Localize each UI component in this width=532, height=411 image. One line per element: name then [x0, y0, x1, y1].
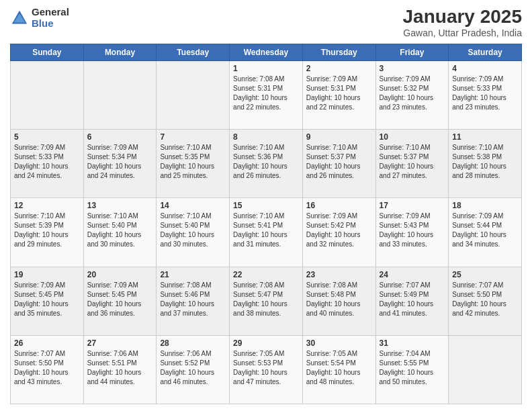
day-number: 29	[233, 338, 299, 348]
calendar-cell: 19Sunrise: 7:09 AMSunset: 5:45 PMDayligh…	[11, 267, 84, 335]
day-info: Sunrise: 7:05 AMSunset: 5:54 PMDaylight:…	[306, 349, 372, 387]
day-info: Sunrise: 7:10 AMSunset: 5:38 PMDaylight:…	[452, 143, 518, 181]
day-info: Sunrise: 7:09 AMSunset: 5:44 PMDaylight:…	[452, 212, 518, 249]
calendar-header-row: SundayMondayTuesdayWednesdayThursdayFrid…	[11, 44, 522, 60]
calendar-week-1: 1Sunrise: 7:08 AMSunset: 5:31 PMDaylight…	[11, 60, 522, 129]
calendar-cell: 23Sunrise: 7:08 AMSunset: 5:48 PMDayligh…	[302, 267, 375, 335]
logo: General Blue	[10, 7, 69, 29]
day-info: Sunrise: 7:10 AMSunset: 5:40 PMDaylight:…	[87, 212, 153, 249]
calendar-cell: 30Sunrise: 7:05 AMSunset: 5:54 PMDayligh…	[302, 335, 375, 404]
calendar-cell	[449, 335, 522, 404]
calendar-cell: 18Sunrise: 7:09 AMSunset: 5:44 PMDayligh…	[449, 198, 522, 267]
day-number: 3	[380, 64, 445, 73]
day-number: 2	[306, 64, 372, 73]
calendar-cell: 17Sunrise: 7:09 AMSunset: 5:43 PMDayligh…	[375, 198, 449, 267]
calendar-cell: 3Sunrise: 7:09 AMSunset: 5:32 PMDaylight…	[375, 60, 449, 129]
logo-general-text: General	[32, 7, 69, 18]
day-info: Sunrise: 7:09 AMSunset: 5:33 PMDaylight:…	[452, 75, 518, 112]
logo-icon	[10, 9, 29, 28]
day-number: 20	[87, 270, 153, 279]
calendar-week-3: 12Sunrise: 7:10 AMSunset: 5:39 PMDayligh…	[11, 198, 522, 267]
day-number: 16	[306, 201, 372, 210]
day-info: Sunrise: 7:08 AMSunset: 5:48 PMDaylight:…	[306, 281, 372, 318]
calendar-cell: 22Sunrise: 7:08 AMSunset: 5:47 PMDayligh…	[230, 267, 303, 335]
header: General Blue January 2025 Gawan, Uttar P…	[10, 7, 522, 38]
day-number: 24	[380, 270, 445, 279]
day-info: Sunrise: 7:10 AMSunset: 5:37 PMDaylight:…	[380, 143, 445, 181]
calendar-cell: 16Sunrise: 7:09 AMSunset: 5:42 PMDayligh…	[302, 198, 375, 267]
day-number: 18	[452, 201, 518, 210]
day-number: 25	[452, 270, 518, 279]
calendar-cell: 5Sunrise: 7:09 AMSunset: 5:33 PMDaylight…	[11, 130, 84, 198]
calendar-cell: 28Sunrise: 7:06 AMSunset: 5:52 PMDayligh…	[157, 335, 230, 404]
day-info: Sunrise: 7:09 AMSunset: 5:42 PMDaylight:…	[306, 212, 372, 249]
day-number: 11	[452, 132, 518, 142]
day-info: Sunrise: 7:09 AMSunset: 5:31 PMDaylight:…	[306, 75, 372, 112]
day-number: 10	[380, 132, 445, 142]
day-number: 5	[14, 132, 80, 142]
day-info: Sunrise: 7:07 AMSunset: 5:50 PMDaylight:…	[452, 281, 518, 318]
day-info: Sunrise: 7:08 AMSunset: 5:31 PMDaylight:…	[233, 75, 299, 112]
day-info: Sunrise: 7:09 AMSunset: 5:34 PMDaylight:…	[87, 143, 153, 181]
day-header-saturday: Saturday	[449, 44, 522, 60]
calendar-cell: 14Sunrise: 7:10 AMSunset: 5:40 PMDayligh…	[157, 198, 230, 267]
calendar-week-4: 19Sunrise: 7:09 AMSunset: 5:45 PMDayligh…	[11, 267, 522, 335]
day-info: Sunrise: 7:06 AMSunset: 5:51 PMDaylight:…	[87, 349, 153, 387]
calendar-cell: 27Sunrise: 7:06 AMSunset: 5:51 PMDayligh…	[83, 335, 157, 404]
calendar-week-5: 26Sunrise: 7:07 AMSunset: 5:50 PMDayligh…	[11, 335, 522, 404]
day-info: Sunrise: 7:09 AMSunset: 5:45 PMDaylight:…	[14, 281, 80, 318]
day-info: Sunrise: 7:10 AMSunset: 5:40 PMDaylight:…	[160, 212, 226, 249]
calendar-cell: 31Sunrise: 7:04 AMSunset: 5:55 PMDayligh…	[375, 335, 449, 404]
day-number: 8	[233, 132, 299, 142]
day-number: 23	[306, 270, 372, 279]
calendar-cell: 11Sunrise: 7:10 AMSunset: 5:38 PMDayligh…	[449, 130, 522, 198]
day-number: 9	[306, 132, 372, 142]
day-info: Sunrise: 7:09 AMSunset: 5:43 PMDaylight:…	[380, 212, 445, 249]
day-number: 14	[160, 201, 226, 210]
calendar-cell: 13Sunrise: 7:10 AMSunset: 5:40 PMDayligh…	[83, 198, 157, 267]
day-header-wednesday: Wednesday	[230, 44, 303, 60]
day-number: 7	[160, 132, 226, 142]
day-info: Sunrise: 7:09 AMSunset: 5:33 PMDaylight:…	[14, 143, 80, 181]
day-number: 21	[160, 270, 226, 279]
day-info: Sunrise: 7:10 AMSunset: 5:37 PMDaylight:…	[306, 143, 372, 181]
calendar-cell	[157, 60, 230, 129]
calendar-cell: 26Sunrise: 7:07 AMSunset: 5:50 PMDayligh…	[11, 335, 84, 404]
day-number: 31	[380, 338, 445, 348]
calendar-cell: 20Sunrise: 7:09 AMSunset: 5:45 PMDayligh…	[83, 267, 157, 335]
calendar-cell	[11, 60, 84, 129]
day-number: 27	[87, 338, 153, 348]
day-number: 15	[233, 201, 299, 210]
page: General Blue January 2025 Gawan, Uttar P…	[0, 0, 532, 411]
day-info: Sunrise: 7:08 AMSunset: 5:47 PMDaylight:…	[233, 281, 299, 318]
day-header-monday: Monday	[83, 44, 157, 60]
day-header-friday: Friday	[375, 44, 449, 60]
day-info: Sunrise: 7:10 AMSunset: 5:36 PMDaylight:…	[233, 143, 299, 181]
logo-text: General Blue	[32, 7, 69, 29]
calendar-cell	[83, 60, 157, 129]
calendar-cell: 2Sunrise: 7:09 AMSunset: 5:31 PMDaylight…	[302, 60, 375, 129]
calendar-cell: 12Sunrise: 7:10 AMSunset: 5:39 PMDayligh…	[11, 198, 84, 267]
calendar-cell: 6Sunrise: 7:09 AMSunset: 5:34 PMDaylight…	[83, 130, 157, 198]
day-number: 19	[14, 270, 80, 279]
day-header-thursday: Thursday	[302, 44, 375, 60]
day-info: Sunrise: 7:10 AMSunset: 5:41 PMDaylight:…	[233, 212, 299, 249]
day-info: Sunrise: 7:07 AMSunset: 5:49 PMDaylight:…	[380, 281, 445, 318]
calendar-cell: 24Sunrise: 7:07 AMSunset: 5:49 PMDayligh…	[375, 267, 449, 335]
day-number: 26	[14, 338, 80, 348]
calendar-week-2: 5Sunrise: 7:09 AMSunset: 5:33 PMDaylight…	[11, 130, 522, 198]
day-number: 17	[380, 201, 445, 210]
month-title: January 2025	[403, 7, 522, 28]
day-info: Sunrise: 7:05 AMSunset: 5:53 PMDaylight:…	[233, 349, 299, 387]
day-number: 28	[160, 338, 226, 348]
calendar-cell: 1Sunrise: 7:08 AMSunset: 5:31 PMDaylight…	[230, 60, 303, 129]
calendar-cell: 8Sunrise: 7:10 AMSunset: 5:36 PMDaylight…	[230, 130, 303, 198]
day-number: 1	[233, 64, 299, 73]
calendar-cell: 9Sunrise: 7:10 AMSunset: 5:37 PMDaylight…	[302, 130, 375, 198]
day-info: Sunrise: 7:06 AMSunset: 5:52 PMDaylight:…	[160, 349, 226, 387]
day-info: Sunrise: 7:04 AMSunset: 5:55 PMDaylight:…	[380, 349, 445, 387]
day-number: 30	[306, 338, 372, 348]
day-number: 22	[233, 270, 299, 279]
calendar-cell: 21Sunrise: 7:08 AMSunset: 5:46 PMDayligh…	[157, 267, 230, 335]
logo-blue-text: Blue	[32, 18, 69, 30]
